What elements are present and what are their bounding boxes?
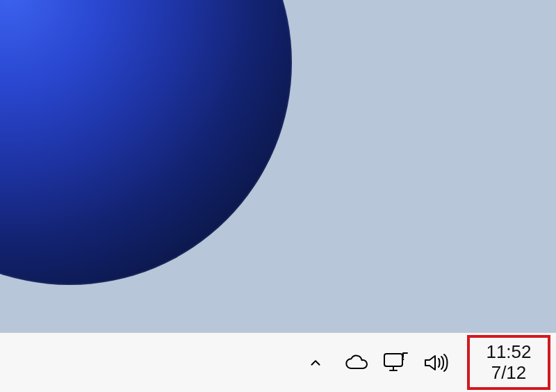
svg-rect-0 xyxy=(384,354,402,366)
wallpaper-art xyxy=(0,0,292,285)
clock-time: 11:52 xyxy=(486,342,531,363)
taskbar: 11:52 7/12 xyxy=(0,332,556,392)
network-button[interactable] xyxy=(382,349,410,377)
desktop: 11:52 7/12 xyxy=(0,0,556,392)
speaker-icon xyxy=(423,352,450,373)
clock-date: 7/12 xyxy=(491,363,527,384)
chevron-up-icon xyxy=(308,355,323,370)
monitor-network-icon xyxy=(382,351,410,375)
cloud-icon xyxy=(343,354,369,372)
tray-overflow-button[interactable] xyxy=(302,349,329,377)
onedrive-button[interactable] xyxy=(342,349,370,377)
svg-point-3 xyxy=(402,358,404,360)
clock-area[interactable]: 11:52 7/12 xyxy=(467,335,550,391)
volume-button[interactable] xyxy=(423,349,450,377)
system-tray: 11:52 7/12 xyxy=(302,335,550,391)
